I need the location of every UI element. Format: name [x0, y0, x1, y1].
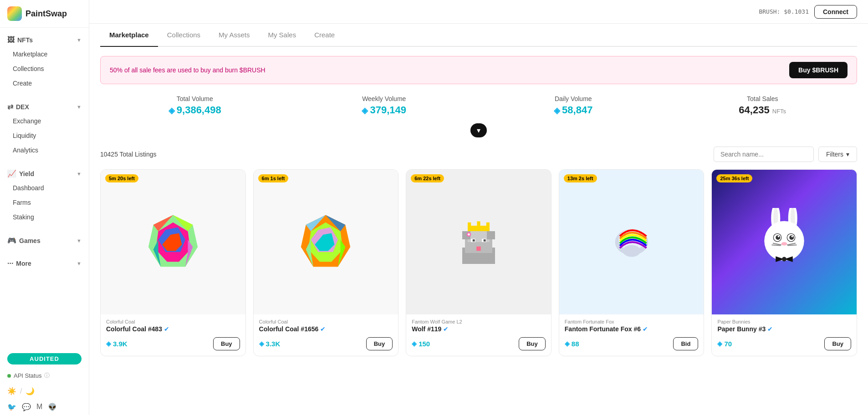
nft-grid: 5m 20s left Colorful Coal Colorful Coal …	[100, 169, 857, 356]
api-status: API Status ⓘ	[0, 368, 89, 383]
logo-area: PaintSwap	[0, 0, 89, 28]
nft-price-row: ◈ 3.3K Buy	[259, 337, 393, 350]
sidebar-section-dex-header[interactable]: ⇄DEX ▼	[0, 98, 89, 114]
twitter-icon[interactable]: 🐦	[7, 403, 16, 411]
sidebar-section-more-header[interactable]: ···More ▼	[0, 255, 89, 270]
ftm-symbol: ◈	[717, 340, 722, 347]
sidebar-section-nfts-header[interactable]: 🖼NFTs ▼	[0, 31, 89, 47]
sidebar-item-analytics[interactable]: Analytics	[0, 143, 89, 157]
topbar: BRUSH: $0.1031 Connect	[89, 0, 868, 24]
nft-name: Paper Bunny #3	[717, 325, 766, 333]
nft-image-bg	[712, 170, 857, 314]
nft-card: 6m 1s left Colorful Coal Colorful Coal #…	[253, 169, 399, 356]
sidebar-section-yield: 📈Yield ▼ Dashboard Farms Staking	[0, 161, 89, 228]
nft-action-button[interactable]: Buy	[366, 337, 393, 350]
sidebar-yield-label: Yield	[19, 170, 34, 177]
listings-controls: Filters ▾	[714, 147, 857, 162]
verified-icon: ✔	[164, 325, 169, 333]
tab-create[interactable]: Create	[305, 24, 344, 47]
timer-badge: 6m 22s left	[411, 174, 444, 182]
nft-price: ◈ 88	[565, 340, 579, 348]
nft-info: Colorful Coal Colorful Coal #483 ✔ ◈ 3.9…	[101, 314, 245, 356]
nft-card: 6m 22s left Fantom Wolf Game L2 Wolf #11…	[406, 169, 551, 356]
svg-point-44	[778, 235, 780, 237]
nft-image-wrap: 6m 1s left	[254, 170, 398, 314]
sidebar-item-dashboard[interactable]: Dashboard	[0, 181, 89, 195]
sidebar-item-liquidity[interactable]: Liquidity	[0, 128, 89, 143]
nft-image-wrap: 5m 20s left	[101, 170, 245, 314]
filters-button[interactable]: Filters ▾	[818, 147, 857, 162]
main-tabs: Marketplace Collections My Assets My Sal…	[100, 24, 857, 47]
tab-collections[interactable]: Collections	[158, 24, 209, 47]
tab-marketplace[interactable]: Marketplace	[100, 24, 158, 47]
nft-info: Fantom Wolf Game L2 Wolf #119 ✔ ◈ 150 Bu…	[406, 314, 551, 356]
api-status-dot	[7, 374, 11, 378]
nft-name: Wolf #119	[412, 325, 441, 333]
tab-my-sales[interactable]: My Sales	[259, 24, 305, 47]
buy-brush-button[interactable]: Buy $BRUSH	[789, 62, 848, 78]
promo-banner: 50% of all sale fees are used to buy and…	[100, 56, 857, 84]
sidebar-games-label: Games	[19, 237, 41, 244]
theme-divider: /	[20, 387, 22, 395]
nft-price-value: 88	[572, 340, 579, 348]
sidebar-more-label: More	[16, 260, 31, 267]
timer-badge: 25m 36s left	[716, 174, 752, 182]
ftm-icon-2: ◈	[362, 106, 368, 115]
chevron-down-icon-more: ▼	[77, 261, 82, 266]
sidebar-section-games-header[interactable]: 🎮Games ▼	[0, 232, 89, 248]
theme-toggle: ☀️ / 🌙	[0, 383, 89, 399]
sidebar-section-dex: ⇄DEX ▼ Exchange Liquidity Analytics	[0, 94, 89, 161]
nft-collection: Fantom Wolf Game L2	[412, 319, 546, 324]
timer-badge: 6m 1s left	[258, 174, 289, 182]
sidebar-item-marketplace[interactable]: Marketplace	[0, 47, 89, 61]
sidebar-item-farms[interactable]: Farms	[0, 195, 89, 210]
nft-collection: Colorful Coal	[106, 319, 240, 324]
svg-rect-24	[486, 223, 490, 227]
svg-point-26	[468, 233, 470, 236]
sidebar-item-collections[interactable]: Collections	[0, 61, 89, 76]
tab-my-assets[interactable]: My Assets	[209, 24, 259, 47]
nft-image-wrap: 13m 2s left	[559, 170, 704, 314]
filters-label: Filters	[826, 151, 843, 158]
reddit-icon[interactable]: 👽	[48, 403, 57, 411]
ftm-icon-3: ◈	[554, 106, 560, 115]
listings-header: 10425 Total Listings Filters ▾	[100, 147, 857, 162]
nft-name-row: Colorful Coal #1656 ✔	[259, 325, 393, 333]
nft-action-button[interactable]: Buy	[824, 337, 851, 350]
nft-price: ◈ 3.9K	[106, 340, 128, 348]
sidebar-section-yield-header[interactable]: 📈Yield ▼	[0, 165, 89, 181]
svg-rect-29	[473, 239, 475, 242]
daily-volume-value: ◈58,847	[479, 104, 668, 116]
search-input[interactable]	[714, 147, 814, 162]
discord-icon[interactable]: 💬	[22, 403, 31, 411]
more-icon: ···	[7, 259, 13, 267]
nft-action-button[interactable]: Bid	[673, 337, 698, 350]
svg-rect-18	[468, 231, 490, 242]
stat-daily-volume: Daily Volume ◈58,847	[479, 95, 668, 116]
nfts-icon: 🖼	[7, 36, 15, 44]
nft-price-row: ◈ 70 Buy	[717, 337, 851, 350]
total-sales-label: Total Sales	[668, 95, 858, 102]
nft-action-button[interactable]: Buy	[519, 337, 546, 350]
social-links: 🐦 💬 M 👽	[0, 399, 89, 415]
nft-action-button[interactable]: Buy	[213, 337, 240, 350]
sidebar-item-staking[interactable]: Staking	[0, 210, 89, 224]
nft-info: Fantom Fortunate Fox Fantom Fortunate Fo…	[559, 314, 704, 356]
dark-mode-button[interactable]: 🌙	[26, 387, 35, 395]
nft-collection: Paper Bunnies	[717, 319, 851, 324]
expand-button[interactable]: ▾	[470, 123, 487, 137]
stat-total-volume: Total Volume ◈9,386,498	[100, 95, 290, 116]
connect-button[interactable]: Connect	[814, 5, 857, 19]
nft-name-row: Paper Bunny #3 ✔	[717, 325, 851, 333]
nft-name: Colorful Coal #1656	[259, 325, 319, 333]
sidebar-item-exchange[interactable]: Exchange	[0, 114, 89, 128]
sidebar-item-create[interactable]: Create	[0, 76, 89, 91]
stats-row: Total Volume ◈9,386,498 Weekly Volume ◈3…	[100, 95, 857, 116]
nft-name-row: Wolf #119 ✔	[412, 325, 546, 333]
light-mode-button[interactable]: ☀️	[7, 387, 16, 395]
verified-icon: ✔	[643, 325, 648, 333]
stat-weekly-volume: Weekly Volume ◈379,149	[290, 95, 479, 116]
nft-price-value: 3.3K	[266, 340, 281, 348]
medium-icon[interactable]: M	[36, 403, 42, 411]
nft-name-row: Colorful Coal #483 ✔	[106, 325, 240, 333]
